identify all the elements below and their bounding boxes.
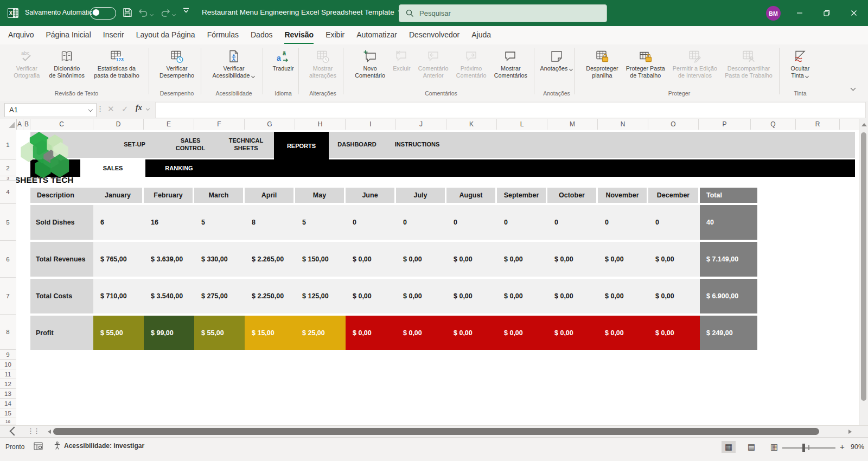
sheet-tab-handle-icon[interactable]: ⋮⋮	[27, 427, 39, 435]
sub-tab-sales[interactable]: SALES	[80, 159, 145, 177]
menu-tab-revisão[interactable]: Revisão	[278, 26, 320, 44]
row-header-13[interactable]: 13	[0, 389, 16, 399]
cell-sold-dishes-march[interactable]: 5	[194, 205, 250, 240]
column-header-C[interactable]: C	[30, 119, 93, 130]
row-label-profit[interactable]: Profit	[30, 316, 97, 350]
menu-tab-fórmulas[interactable]: Fórmulas	[201, 26, 245, 44]
nav-tab-instructions[interactable]: INSTRUCTIONS	[385, 132, 449, 158]
nav-tab-technical-sheets[interactable]: TECHNICAL SHEETS	[218, 132, 274, 158]
column-header-F[interactable]: F	[194, 119, 245, 130]
cell-profit-september[interactable]: $ 0,00	[497, 316, 553, 350]
cell-total-costs-february[interactable]: $ 3.540,00	[144, 279, 200, 313]
row-header-3[interactable]: 3	[0, 176, 16, 181]
minimize-button[interactable]	[788, 0, 812, 26]
cell-profit-november[interactable]: $ 0,00	[598, 316, 654, 350]
zoom-level[interactable]: 90%	[851, 443, 864, 451]
cell-total-revenues-june[interactable]: $ 0,00	[346, 242, 401, 277]
menu-tab-inserir[interactable]: Inserir	[97, 26, 130, 44]
column-header-I[interactable]: I	[346, 119, 396, 130]
name-box[interactable]: A1	[4, 103, 97, 117]
table-header-may[interactable]: May	[295, 188, 344, 203]
cell-total-revenues-july[interactable]: $ 0,00	[396, 242, 452, 277]
excel-app-icon[interactable]: X	[7, 7, 19, 19]
cell-sold-dishes-june[interactable]: 0	[346, 205, 401, 240]
sub-tab-ranking[interactable]: RANKING	[145, 159, 213, 177]
column-header-M[interactable]: M	[547, 119, 598, 130]
cell-sold-dishes-april[interactable]: 8	[245, 205, 301, 240]
column-header-D[interactable]: D	[93, 119, 144, 130]
close-button[interactable]	[842, 0, 866, 26]
cell-sold-dishes-january[interactable]: 6	[93, 205, 149, 240]
name-box-caret[interactable]	[89, 108, 93, 112]
autosave-toggle[interactable]	[90, 7, 116, 20]
macro-recording-icon[interactable]	[34, 442, 43, 452]
menu-tab-desenvolvedor[interactable]: Desenvolvedor	[403, 26, 465, 44]
cell-total-costs-august[interactable]: $ 0,00	[446, 279, 502, 313]
column-header-K[interactable]: K	[446, 119, 497, 130]
zoom-out-button[interactable]: −	[773, 442, 777, 451]
desproteger-planilha-button[interactable]: Desproteger planilha	[586, 47, 618, 79]
redo-icon[interactable]	[160, 8, 176, 20]
formula-bar-handle[interactable]: ⋮	[97, 105, 103, 113]
estat-sticas-da-pasta-de-trabalho-button[interactable]: 123Estatísticas da pasta de trabalho	[94, 47, 139, 79]
horizontal-scrollbar[interactable]: ⋮⋮	[0, 425, 868, 438]
search-input[interactable]	[418, 9, 583, 18]
nav-tab-dashboard[interactable]: DASHBOARD	[329, 132, 385, 158]
row-header-9[interactable]: 9	[0, 350, 16, 360]
vertical-scroll-thumb[interactable]	[861, 132, 866, 401]
row-header-15[interactable]: 15	[0, 408, 16, 418]
redo-dropdown-caret[interactable]	[172, 12, 176, 16]
cell-profit-december[interactable]: $ 0,00	[648, 316, 705, 350]
cell-sold-dishes-february[interactable]: 16	[144, 205, 200, 240]
cell-profit-january[interactable]: $ 55,00	[93, 316, 149, 350]
scroll-right-icon[interactable]	[848, 430, 852, 434]
restore-button[interactable]	[815, 0, 839, 26]
cell-total-costs-june[interactable]: $ 0,00	[346, 279, 401, 313]
table-header-september[interactable]: September	[497, 188, 546, 203]
verificar-desempenho-button[interactable]: Verificar Desempenho	[159, 47, 194, 79]
column-header-J[interactable]: J	[396, 119, 446, 130]
cell-total-revenues-march[interactable]: $ 330,00	[194, 242, 250, 277]
insert-function-icon[interactable]: fx	[136, 104, 142, 112]
cell-total-revenues-october[interactable]: $ 0,00	[547, 242, 603, 277]
row-header-1[interactable]: 1	[0, 130, 16, 160]
cell-sold-dishes-total[interactable]: 40	[700, 205, 757, 240]
cell-sold-dishes-december[interactable]: 0	[648, 205, 705, 240]
vertical-scrollbar[interactable]	[859, 119, 868, 437]
column-header-P[interactable]: P	[699, 119, 751, 130]
cell-profit-october[interactable]: $ 0,00	[547, 316, 603, 350]
table-header-february[interactable]: February	[144, 188, 193, 203]
row-header-8[interactable]: 8	[0, 315, 16, 350]
cell-sold-dishes-october[interactable]: 0	[547, 205, 603, 240]
table-header-november[interactable]: November	[598, 188, 647, 203]
menu-tab-dados[interactable]: Dados	[245, 26, 278, 44]
cell-total-revenues-november[interactable]: $ 0,00	[598, 242, 654, 277]
table-header-total[interactable]: Total	[700, 188, 757, 203]
cell-profit-march[interactable]: $ 55,00	[194, 316, 250, 350]
page-layout-view-icon[interactable]: ▤	[744, 441, 758, 453]
cell-total-costs-december[interactable]: $ 0,00	[648, 279, 705, 313]
avatar[interactable]: BM	[766, 6, 781, 21]
row-header-11[interactable]: 11	[0, 369, 16, 379]
ocultar-tinta-button[interactable]: Ocultar Tinta	[791, 47, 810, 79]
menu-tab-automatizar[interactable]: Automatizar	[350, 26, 403, 44]
confirm-entry-icon[interactable]: ✓	[122, 104, 129, 114]
column-header-A[interactable]: A	[16, 119, 23, 130]
row-header-7[interactable]: 7	[0, 278, 16, 315]
table-header-june[interactable]: June	[346, 188, 394, 203]
formula-input[interactable]	[155, 102, 866, 118]
search-box[interactable]	[399, 4, 607, 22]
cell-total-revenues-may[interactable]: $ 150,00	[295, 242, 351, 277]
cell-profit-total[interactable]: $ 249,00	[700, 316, 757, 350]
cell-profit-june[interactable]: $ 0,00	[346, 316, 401, 350]
cell-total-revenues-september[interactable]: $ 0,00	[497, 242, 553, 277]
cell-total-costs-april[interactable]: $ 2.250,00	[245, 279, 301, 313]
cell-total-costs-january[interactable]: $ 710,00	[93, 279, 149, 313]
row-header-6[interactable]: 6	[0, 241, 16, 278]
nav-tab-set-up[interactable]: SET-UP	[106, 132, 163, 158]
table-header-march[interactable]: March	[194, 188, 243, 203]
row-label-total-revenues[interactable]: Total Revenues	[30, 242, 97, 277]
horizontal-scroll-thumb[interactable]	[53, 428, 819, 435]
cell-total-revenues-january[interactable]: $ 765,00	[93, 242, 149, 277]
menu-tab-exibir[interactable]: Exibir	[320, 26, 350, 44]
